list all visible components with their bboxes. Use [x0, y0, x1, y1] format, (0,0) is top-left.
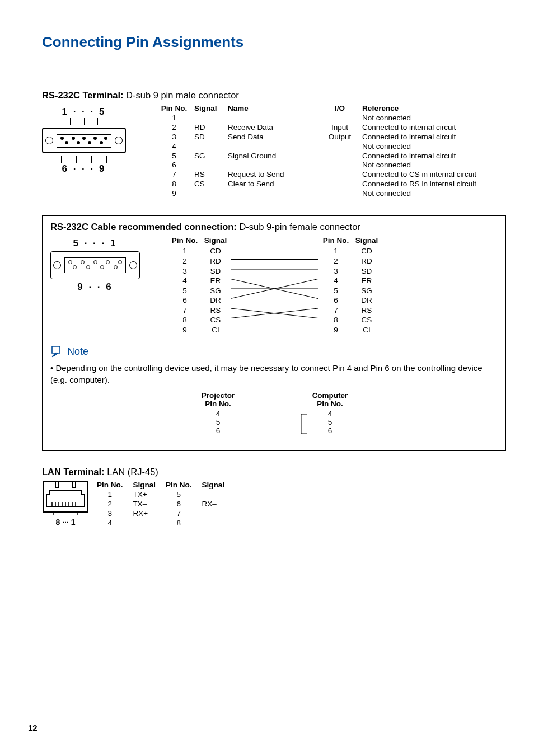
table-row: 5SGSignal GroundConnected to internal ci… — [160, 152, 506, 161]
list-item: 6 — [308, 426, 353, 435]
list-item: 4 — [308, 410, 353, 418]
lan-pin-table: Pin No. Signal Pin No. Signal 1TX+52TX–6… — [97, 481, 235, 528]
note-label: Note — [67, 346, 88, 358]
list-item: 4 — [196, 410, 241, 418]
rs232c-terminal-heading: RS-232C Terminal: D-sub 9 pin male conne… — [42, 90, 506, 101]
list-item: CI — [202, 325, 229, 335]
list-item: DR — [353, 295, 381, 306]
col-signal: Signal — [194, 104, 228, 114]
list-item: SD — [353, 266, 381, 276]
rj45-diagram: 8 ··· 1 — [42, 481, 89, 527]
list-item: 5 — [196, 418, 241, 426]
lan-heading: LAN Terminal: LAN (RJ-45) — [42, 467, 506, 477]
heading-rest: LAN (RJ-45) — [105, 467, 158, 477]
col-reference: Reference — [362, 104, 506, 114]
table-row: 1Not connected — [160, 114, 506, 123]
db9-female-diagram: 5 · · · 1 9 · · 6 — [50, 236, 168, 293]
lan-col-pin-r: Pin No. — [166, 481, 202, 490]
map-col-signal: Signal — [202, 236, 229, 247]
map-col-signal-r: Signal — [353, 236, 381, 247]
heading-bold: RS-232C Terminal: — [42, 90, 124, 100]
table-row: 9Not connected — [160, 189, 506, 199]
lan-col-signal-l: Signal — [133, 481, 166, 490]
heading-rest: D-sub 9 pin male connector — [124, 90, 239, 100]
col-pin: Pin No. — [160, 104, 194, 114]
table-row: 8CSClear to SendConnected to RS in inter… — [160, 180, 506, 189]
heading-rest: D-sub 9-pin female connector — [237, 222, 360, 232]
list-item: 2 — [168, 256, 202, 266]
list-item: 2 — [319, 256, 353, 266]
list-item: CD — [202, 246, 229, 256]
list-item: 6 — [168, 295, 202, 306]
list-item: SD — [202, 266, 229, 276]
map-col-pin-r: Pin No. — [319, 236, 353, 247]
cable-connection-box: RS-232C Cable recommended connection: D-… — [42, 215, 506, 451]
computer-header: ComputerPin No. — [308, 391, 353, 410]
list-item: CD — [353, 246, 381, 256]
list-item: 5 — [308, 418, 353, 426]
list-item: DR — [202, 295, 229, 306]
table-row: 3RX+7 — [97, 509, 235, 519]
heading-bold: RS-232C Cable recommended connection: — [50, 222, 237, 232]
list-item: 4 — [168, 276, 202, 286]
note-icon — [50, 345, 64, 358]
table-row: 48 — [97, 519, 235, 528]
lan-col-pin-l: Pin No. — [97, 481, 133, 490]
table-row: 2TX–6RX– — [97, 500, 235, 509]
list-item: 5 — [319, 286, 353, 296]
list-item: 1 — [168, 246, 202, 256]
list-item: RS — [202, 306, 229, 316]
cable-pin-map: Pin No. 123456789 Signal CDRDSDERSGDRRSC… — [168, 236, 381, 335]
projector-connection-lines — [241, 410, 308, 441]
list-item: SG — [353, 286, 381, 296]
projector-computer-map: ProjectorPin No. 456 ComputerPin No. 456 — [50, 391, 498, 443]
list-item: RD — [353, 256, 381, 266]
list-item: ER — [202, 276, 229, 286]
db9m-bottom-label: 6 · · · 9 — [42, 163, 126, 175]
db9-male-diagram: 1 · · · 5 6 · · · 9 — [42, 104, 160, 175]
page-number: 12 — [28, 723, 38, 732]
table-row: 3SDSend DataOutputConnected to internal … — [160, 133, 506, 142]
list-item: CI — [353, 325, 381, 335]
lan-col-signal-r: Signal — [202, 481, 235, 490]
projector-header: ProjectorPin No. — [196, 391, 241, 410]
db9f-top-label: 5 · · · 1 — [50, 238, 140, 249]
list-item: SG — [202, 286, 229, 296]
rj45-label: 8 ··· 1 — [42, 518, 89, 527]
svg-rect-11 — [43, 482, 88, 512]
list-item: 8 — [319, 315, 353, 325]
list-item: 3 — [319, 266, 353, 276]
list-item: 5 — [168, 286, 202, 296]
list-item: 7 — [319, 306, 353, 316]
list-item: RD — [202, 256, 229, 266]
cable-heading: RS-232C Cable recommended connection: D-… — [50, 222, 498, 232]
cable-connection-lines — [229, 245, 319, 335]
list-item: 8 — [168, 315, 202, 325]
col-name: Name — [228, 104, 323, 114]
list-item: 3 — [168, 266, 202, 276]
note-text: • Depending on the controlling device us… — [50, 363, 498, 386]
heading-bold: LAN Terminal: — [42, 467, 105, 477]
list-item: RS — [353, 306, 381, 316]
list-item: 1 — [319, 246, 353, 256]
page-title: Connecting Pin Assignments — [42, 34, 506, 51]
list-item: 6 — [319, 295, 353, 306]
list-item: CS — [353, 315, 381, 325]
db9m-top-label: 1 · · · 5 — [42, 106, 126, 118]
list-item: 6 — [196, 426, 241, 435]
table-row: 1TX+5 — [97, 490, 235, 500]
list-item: 7 — [168, 306, 202, 316]
list-item: 4 — [319, 276, 353, 286]
list-item: ER — [353, 276, 381, 286]
list-item: CS — [202, 315, 229, 325]
map-col-pin: Pin No. — [168, 236, 202, 247]
db9f-bottom-label: 9 · · 6 — [50, 281, 140, 293]
table-row: 6Not connected — [160, 161, 506, 170]
table-row: 2RDReceive DataInputConnected to interna… — [160, 123, 506, 133]
table-row: 7RSRequest to SendConnected to CS in int… — [160, 170, 506, 180]
col-io: I/O — [323, 104, 362, 114]
rs232c-pin-table: Pin No. Signal Name I/O Reference 1Not c… — [160, 104, 506, 199]
list-item: 9 — [168, 325, 202, 335]
list-item: 9 — [319, 325, 353, 335]
table-row: 4Not connected — [160, 142, 506, 152]
